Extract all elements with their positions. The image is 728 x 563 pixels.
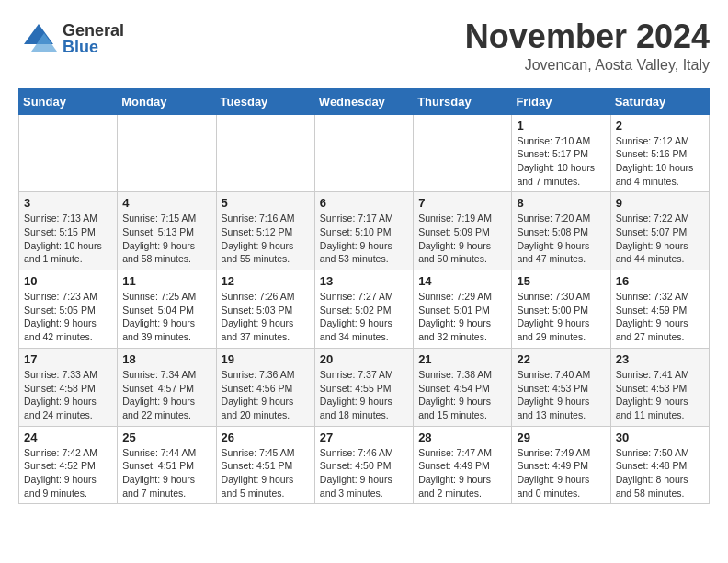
calendar-cell: 22Sunrise: 7:40 AM Sunset: 4:53 PM Dayli… [512,348,610,426]
day-number: 23 [616,352,704,366]
calendar-cell: 12Sunrise: 7:26 AM Sunset: 5:03 PM Dayli… [216,270,314,349]
calendar-cell: 19Sunrise: 7:36 AM Sunset: 4:56 PM Dayli… [216,348,314,426]
calendar-cell: 11Sunrise: 7:25 AM Sunset: 5:04 PM Dayli… [118,270,216,349]
calendar-cell [19,114,118,192]
weekday-header-thursday: Thursday [414,88,512,114]
day-number: 13 [320,274,408,288]
day-number: 19 [222,352,310,366]
day-info: Sunrise: 7:44 AM Sunset: 4:51 PM Dayligh… [122,446,210,500]
calendar-cell: 14Sunrise: 7:29 AM Sunset: 5:01 PM Dayli… [414,270,512,349]
calendar-cell: 29Sunrise: 7:49 AM Sunset: 4:49 PM Dayli… [512,426,610,504]
weekday-header-row: SundayMondayTuesdayWednesdayThursdayFrid… [19,88,710,114]
day-number: 27 [320,431,408,444]
weekday-header-sunday: Sunday [19,88,118,114]
day-info: Sunrise: 7:29 AM Sunset: 5:01 PM Dayligh… [418,290,506,344]
day-info: Sunrise: 7:19 AM Sunset: 5:09 PM Dayligh… [418,212,506,266]
day-info: Sunrise: 7:13 AM Sunset: 5:15 PM Dayligh… [24,212,112,266]
calendar-cell: 16Sunrise: 7:32 AM Sunset: 4:59 PM Dayli… [610,270,709,349]
day-info: Sunrise: 7:17 AM Sunset: 5:10 PM Dayligh… [320,212,408,266]
calendar-cell: 13Sunrise: 7:27 AM Sunset: 5:02 PM Dayli… [314,270,413,349]
weekday-header-tuesday: Tuesday [216,88,314,114]
week-row-3: 10Sunrise: 7:23 AM Sunset: 5:05 PM Dayli… [19,270,710,349]
day-info: Sunrise: 7:40 AM Sunset: 4:53 PM Dayligh… [517,368,605,422]
calendar-cell: 4Sunrise: 7:15 AM Sunset: 5:13 PM Daylig… [118,192,216,270]
calendar-cell [414,114,512,192]
day-info: Sunrise: 7:37 AM Sunset: 4:55 PM Dayligh… [320,368,408,422]
day-number: 10 [24,274,112,288]
day-number: 5 [222,196,310,210]
calendar-cell: 7Sunrise: 7:19 AM Sunset: 5:09 PM Daylig… [414,192,512,270]
day-info: Sunrise: 7:10 AM Sunset: 5:17 PM Dayligh… [517,134,605,189]
day-number: 16 [616,274,704,288]
calendar-cell: 28Sunrise: 7:47 AM Sunset: 4:49 PM Dayli… [414,426,512,504]
day-info: Sunrise: 7:47 AM Sunset: 4:49 PM Dayligh… [418,446,506,500]
weekday-header-saturday: Saturday [610,88,709,114]
day-number: 3 [24,196,112,210]
week-row-4: 17Sunrise: 7:33 AM Sunset: 4:58 PM Dayli… [19,348,710,426]
month-title: November 2024 [465,18,710,55]
day-info: Sunrise: 7:22 AM Sunset: 5:07 PM Dayligh… [616,212,704,266]
calendar-cell: 6Sunrise: 7:17 AM Sunset: 5:10 PM Daylig… [314,192,413,270]
day-info: Sunrise: 7:25 AM Sunset: 5:04 PM Dayligh… [122,290,210,344]
day-info: Sunrise: 7:42 AM Sunset: 4:52 PM Dayligh… [24,446,112,500]
calendar-cell: 8Sunrise: 7:20 AM Sunset: 5:08 PM Daylig… [512,192,610,270]
calendar-cell [216,114,314,192]
calendar-cell: 23Sunrise: 7:41 AM Sunset: 4:53 PM Dayli… [610,348,709,426]
day-number: 25 [122,431,210,444]
day-number: 8 [517,196,605,210]
calendar-cell: 3Sunrise: 7:13 AM Sunset: 5:15 PM Daylig… [19,192,118,270]
calendar-cell [118,114,216,192]
day-info: Sunrise: 7:12 AM Sunset: 5:16 PM Dayligh… [616,134,704,189]
day-number: 12 [222,274,310,288]
page: General Blue November 2024 Jovencan, Aos… [0,0,728,513]
day-number: 26 [222,431,310,444]
calendar-cell: 17Sunrise: 7:33 AM Sunset: 4:58 PM Dayli… [19,348,118,426]
day-number: 1 [517,119,605,132]
calendar-cell: 20Sunrise: 7:37 AM Sunset: 4:55 PM Dayli… [314,348,413,426]
day-info: Sunrise: 7:16 AM Sunset: 5:12 PM Dayligh… [222,212,310,266]
calendar-cell: 15Sunrise: 7:30 AM Sunset: 5:00 PM Dayli… [512,270,610,349]
calendar: SundayMondayTuesdayWednesdayThursdayFrid… [18,88,710,505]
logo-blue-text: Blue [63,39,124,55]
calendar-cell: 1Sunrise: 7:10 AM Sunset: 5:17 PM Daylig… [512,114,610,192]
location: Jovencan, Aosta Valley, Italy [465,57,710,74]
day-number: 15 [517,274,605,288]
day-info: Sunrise: 7:33 AM Sunset: 4:58 PM Dayligh… [24,368,112,422]
calendar-cell: 9Sunrise: 7:22 AM Sunset: 5:07 PM Daylig… [610,192,709,270]
day-info: Sunrise: 7:15 AM Sunset: 5:13 PM Dayligh… [122,212,210,266]
day-number: 14 [418,274,506,288]
calendar-cell: 30Sunrise: 7:50 AM Sunset: 4:48 PM Dayli… [610,426,709,504]
week-row-1: 1Sunrise: 7:10 AM Sunset: 5:17 PM Daylig… [19,114,710,192]
day-number: 28 [418,431,506,444]
day-info: Sunrise: 7:38 AM Sunset: 4:54 PM Dayligh… [418,368,506,422]
day-info: Sunrise: 7:34 AM Sunset: 4:57 PM Dayligh… [122,368,210,422]
day-number: 7 [418,196,506,210]
day-info: Sunrise: 7:30 AM Sunset: 5:00 PM Dayligh… [517,290,605,344]
day-number: 22 [517,352,605,366]
day-info: Sunrise: 7:36 AM Sunset: 4:56 PM Dayligh… [222,368,310,422]
calendar-cell: 25Sunrise: 7:44 AM Sunset: 4:51 PM Dayli… [118,426,216,504]
day-number: 30 [616,431,704,444]
calendar-cell: 27Sunrise: 7:46 AM Sunset: 4:50 PM Dayli… [314,426,413,504]
calendar-cell: 5Sunrise: 7:16 AM Sunset: 5:12 PM Daylig… [216,192,314,270]
calendar-cell: 2Sunrise: 7:12 AM Sunset: 5:16 PM Daylig… [610,114,709,192]
weekday-header-friday: Friday [512,88,610,114]
day-number: 20 [320,352,408,366]
day-number: 24 [24,431,112,444]
header: General Blue November 2024 Jovencan, Aos… [18,18,710,74]
day-info: Sunrise: 7:27 AM Sunset: 5:02 PM Dayligh… [320,290,408,344]
day-info: Sunrise: 7:46 AM Sunset: 4:50 PM Dayligh… [320,446,408,500]
calendar-cell: 18Sunrise: 7:34 AM Sunset: 4:57 PM Dayli… [118,348,216,426]
logo: General Blue [18,18,124,59]
weekday-header-monday: Monday [118,88,216,114]
calendar-cell: 10Sunrise: 7:23 AM Sunset: 5:05 PM Dayli… [19,270,118,349]
day-info: Sunrise: 7:32 AM Sunset: 4:59 PM Dayligh… [616,290,704,344]
calendar-cell: 24Sunrise: 7:42 AM Sunset: 4:52 PM Dayli… [19,426,118,504]
weekday-header-wednesday: Wednesday [314,88,413,114]
week-row-5: 24Sunrise: 7:42 AM Sunset: 4:52 PM Dayli… [19,426,710,504]
day-number: 18 [122,352,210,366]
day-info: Sunrise: 7:45 AM Sunset: 4:51 PM Dayligh… [222,446,310,500]
logo-icon [18,18,59,59]
day-info: Sunrise: 7:26 AM Sunset: 5:03 PM Dayligh… [222,290,310,344]
day-number: 29 [517,431,605,444]
